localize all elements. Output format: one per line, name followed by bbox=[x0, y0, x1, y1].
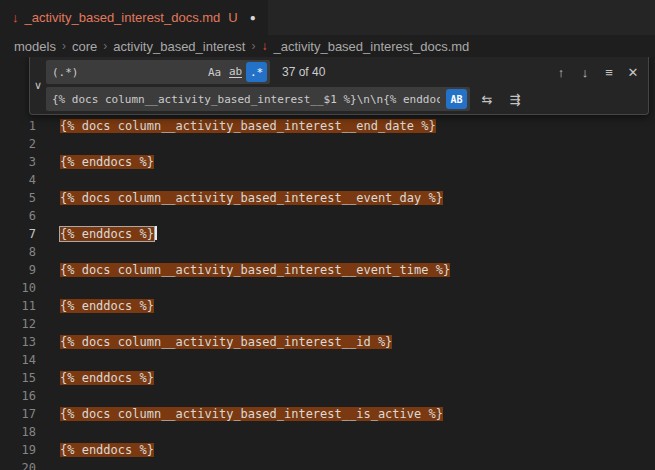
editor-line[interactable]: 12 bbox=[0, 315, 655, 333]
line-number: 10 bbox=[0, 279, 36, 297]
preserve-case-button[interactable]: AB bbox=[446, 89, 467, 109]
markdown-file-icon: ↓ bbox=[261, 39, 267, 53]
vscode-window: { "tab": { "filename": "_activity_based_… bbox=[0, 0, 655, 470]
editor-line[interactable]: 18 bbox=[0, 423, 655, 441]
replace-input[interactable] bbox=[46, 87, 446, 111]
breadcrumb-item[interactable]: activity_based_interest bbox=[113, 39, 245, 54]
line-number: 1 bbox=[0, 117, 36, 135]
code-lines: 1{% docs column__activity_based_interest… bbox=[0, 117, 655, 470]
breadcrumb-separator-icon: › bbox=[62, 39, 66, 53]
markdown-file-icon: ↓ bbox=[12, 10, 19, 25]
editor-line[interactable]: 6 bbox=[0, 207, 655, 225]
find-results-count: 37 of 40 bbox=[282, 65, 325, 79]
replace-input-box: AB bbox=[46, 87, 470, 111]
line-content[interactable]: {% docs column__activity_based_interest_… bbox=[60, 405, 443, 423]
whole-word-label: ab bbox=[229, 67, 242, 78]
editor-line[interactable]: 3{% enddocs %} bbox=[0, 153, 655, 171]
match-case-button[interactable]: Aa bbox=[204, 62, 225, 82]
line-content[interactable]: {% enddocs %} bbox=[60, 369, 154, 387]
find-input[interactable] bbox=[46, 60, 204, 84]
replace-all-button[interactable]: ⇶ bbox=[504, 88, 526, 110]
text-cursor bbox=[155, 226, 157, 240]
toggle-replace-chevron-icon[interactable]: ∨ bbox=[30, 60, 46, 111]
editor-line[interactable]: 7{% enddocs %} bbox=[0, 225, 655, 243]
line-number: 17 bbox=[0, 405, 36, 423]
editor-line[interactable]: 2 bbox=[0, 135, 655, 153]
find-row: Aa ab .* 37 of 40 ↑ ↓ ≡ ✕ bbox=[46, 60, 644, 84]
line-content[interactable]: {% enddocs %} bbox=[60, 225, 157, 243]
line-number: 4 bbox=[0, 171, 36, 189]
line-number: 6 bbox=[0, 207, 36, 225]
breadcrumb: models›core›activity_based_interest›↓_ac… bbox=[0, 35, 655, 57]
find-in-selection-button[interactable]: ≡ bbox=[598, 61, 620, 83]
find-previous-button[interactable]: ↑ bbox=[550, 61, 572, 83]
find-nav: ↑ ↓ ≡ ✕ bbox=[550, 61, 644, 83]
breadcrumb-separator-icon: › bbox=[251, 39, 255, 53]
line-number: 8 bbox=[0, 243, 36, 261]
line-number: 9 bbox=[0, 261, 36, 279]
find-match-highlight: {% docs column__activity_based_interest_… bbox=[60, 263, 450, 277]
regex-button[interactable]: .* bbox=[246, 62, 267, 82]
git-status-badge: U bbox=[228, 10, 237, 25]
breadcrumb-item[interactable]: core bbox=[72, 39, 97, 54]
editor-line[interactable]: 19{% enddocs %} bbox=[0, 441, 655, 459]
find-match-highlight: {% docs column__activity_based_interest_… bbox=[60, 407, 443, 421]
line-content[interactable]: {% docs column__activity_based_interest_… bbox=[60, 261, 450, 279]
find-next-button[interactable]: ↓ bbox=[574, 61, 596, 83]
line-number: 20 bbox=[0, 459, 36, 470]
tab-activity-based-interest-docs[interactable]: ↓ _activity_based_interest_docs.md U ● bbox=[0, 0, 268, 35]
editor-line[interactable]: 13{% docs column__activity_based_interes… bbox=[0, 333, 655, 351]
editor: ∨ Aa ab .* 37 of 40 ↑ ↓ ≡ ✕ bbox=[0, 57, 655, 470]
find-input-box: Aa ab .* bbox=[46, 60, 270, 84]
editor-line[interactable]: 4 bbox=[0, 171, 655, 189]
find-match-highlight: {% enddocs %} bbox=[60, 299, 154, 313]
line-number: 19 bbox=[0, 441, 36, 459]
whole-word-button[interactable]: ab bbox=[225, 62, 246, 82]
editor-line[interactable]: 17{% docs column__activity_based_interes… bbox=[0, 405, 655, 423]
replace-row: AB ⇆ ⇶ bbox=[46, 87, 644, 111]
editor-line[interactable]: 14 bbox=[0, 351, 655, 369]
tab-filename: _activity_based_interest_docs.md bbox=[25, 10, 221, 25]
editor-line[interactable]: 10 bbox=[0, 279, 655, 297]
line-content[interactable]: {% enddocs %} bbox=[60, 297, 154, 315]
editor-line[interactable]: 5{% docs column__activity_based_interest… bbox=[0, 189, 655, 207]
line-content[interactable]: {% docs column__activity_based_interest_… bbox=[60, 117, 436, 135]
line-number: 16 bbox=[0, 387, 36, 405]
line-content[interactable]: {% enddocs %} bbox=[60, 441, 154, 459]
tab-bar: ↓ _activity_based_interest_docs.md U ● bbox=[0, 0, 655, 35]
line-content[interactable]: {% docs column__activity_based_interest_… bbox=[60, 333, 392, 351]
breadcrumb-item[interactable]: _activity_based_interest_docs.md bbox=[273, 39, 469, 54]
editor-line[interactable]: 1{% docs column__activity_based_interest… bbox=[0, 117, 655, 135]
line-number: 5 bbox=[0, 189, 36, 207]
breadcrumb-separator-icon: › bbox=[103, 39, 107, 53]
close-find-button[interactable]: ✕ bbox=[622, 61, 644, 83]
find-match-highlight: {% enddocs %} bbox=[60, 443, 154, 457]
editor-line[interactable]: 15{% enddocs %} bbox=[0, 369, 655, 387]
editor-line[interactable]: 8 bbox=[0, 243, 655, 261]
find-match-highlight: {% docs column__activity_based_interest_… bbox=[60, 335, 392, 349]
find-replace-widget: ∨ Aa ab .* 37 of 40 ↑ ↓ ≡ ✕ bbox=[29, 57, 649, 115]
line-content[interactable]: {% docs column__activity_based_interest_… bbox=[60, 189, 443, 207]
line-number: 13 bbox=[0, 333, 36, 351]
line-number: 3 bbox=[0, 153, 36, 171]
line-number: 2 bbox=[0, 135, 36, 153]
line-number: 11 bbox=[0, 297, 36, 315]
find-match-highlight: {% docs column__activity_based_interest_… bbox=[60, 119, 436, 133]
find-match-highlight: {% enddocs %} bbox=[60, 371, 154, 385]
line-number: 12 bbox=[0, 315, 36, 333]
breadcrumb-item[interactable]: models bbox=[14, 39, 56, 54]
find-match-highlight: {% enddocs %} bbox=[60, 155, 154, 169]
modified-dot-icon[interactable]: ● bbox=[250, 12, 256, 23]
line-number: 7 bbox=[0, 225, 36, 243]
line-number: 15 bbox=[0, 369, 36, 387]
line-number: 14 bbox=[0, 351, 36, 369]
editor-line[interactable]: 9{% docs column__activity_based_interest… bbox=[0, 261, 655, 279]
editor-line[interactable]: 16 bbox=[0, 387, 655, 405]
replace-button[interactable]: ⇆ bbox=[476, 88, 498, 110]
find-match-highlight: {% docs column__activity_based_interest_… bbox=[60, 191, 443, 205]
editor-line[interactable]: 20 bbox=[0, 459, 655, 470]
find-match-highlight: {% enddocs %} bbox=[60, 227, 154, 241]
line-number: 18 bbox=[0, 423, 36, 441]
editor-line[interactable]: 11{% enddocs %} bbox=[0, 297, 655, 315]
line-content[interactable]: {% enddocs %} bbox=[60, 153, 154, 171]
